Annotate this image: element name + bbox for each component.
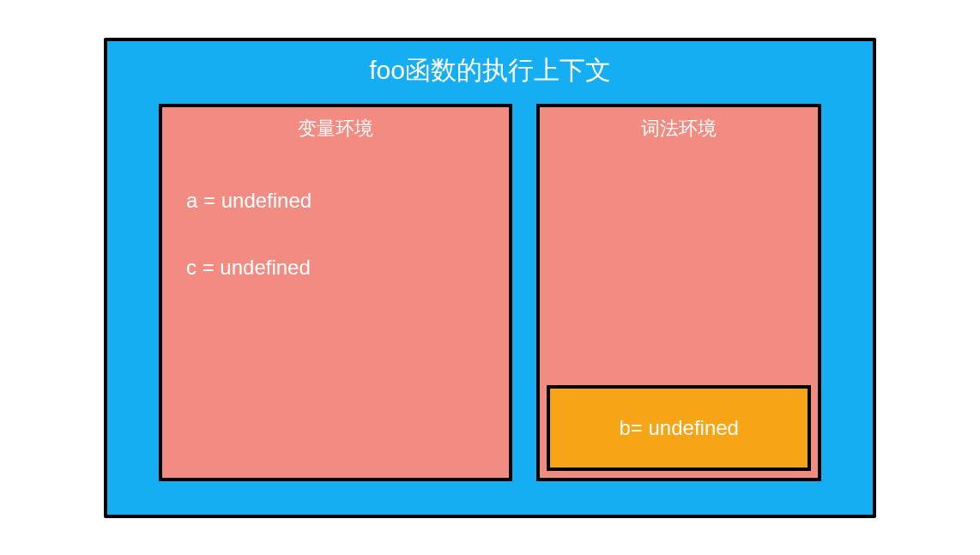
variable-environment-content: a = undefined c = undefined — [162, 142, 509, 323]
lexical-environment-title: 词法环境 — [540, 107, 818, 142]
environments-row: 变量环境 a = undefined c = undefined 词法环境 b=… — [107, 95, 873, 481]
lexical-environment-content: b= undefined — [540, 142, 818, 478]
variable-c-entry: c = undefined — [186, 256, 509, 280]
variable-environment-box: 变量环境 a = undefined c = undefined — [159, 104, 512, 481]
execution-context-container: foo函数的执行上下文 变量环境 a = undefined c = undef… — [104, 38, 876, 518]
context-title: foo函数的执行上下文 — [107, 41, 873, 95]
lexical-environment-box: 词法环境 b= undefined — [536, 104, 821, 481]
variable-environment-title: 变量环境 — [162, 107, 509, 142]
variable-a-entry: a = undefined — [186, 189, 509, 213]
variable-b-entry: b= undefined — [619, 416, 738, 440]
lexical-scope-block: b= undefined — [547, 385, 811, 471]
